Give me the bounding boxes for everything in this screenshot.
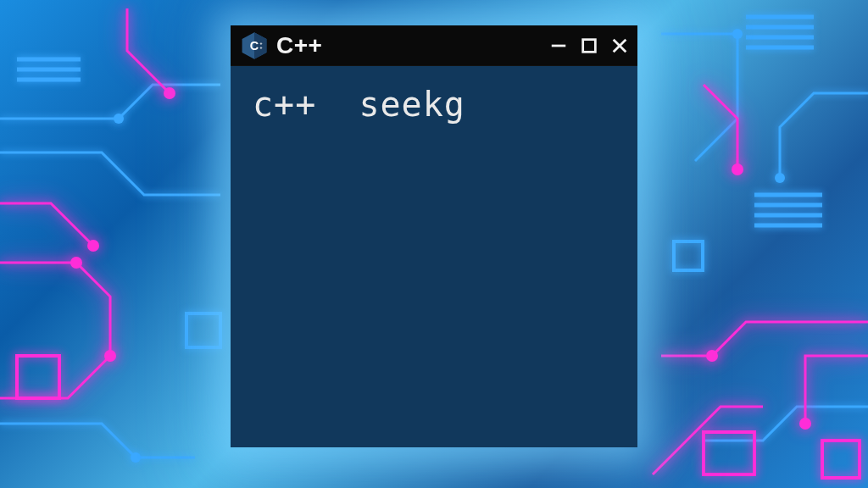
terminal-output: c++ seekg: [253, 85, 615, 124]
desktop-background: C + + C++ c++ seekg: [0, 0, 868, 488]
terminal-window: C + + C++ c++ seekg: [231, 25, 637, 447]
svg-point-19: [87, 240, 99, 252]
svg-rect-26: [822, 441, 860, 478]
svg-rect-16: [674, 241, 703, 270]
svg-point-17: [70, 257, 82, 269]
svg-point-12: [732, 29, 743, 39]
close-icon: [610, 36, 629, 55]
svg-point-21: [799, 418, 811, 430]
svg-point-23: [164, 87, 175, 99]
maximize-icon: [580, 36, 598, 55]
titlebar[interactable]: C + + C++: [231, 25, 637, 66]
svg-rect-15: [186, 313, 220, 347]
terminal-body[interactable]: c++ seekg: [231, 66, 637, 447]
svg-point-13: [775, 173, 785, 183]
minimize-button[interactable]: [549, 36, 568, 55]
window-title: C++: [276, 32, 549, 59]
minimize-icon: [549, 36, 568, 55]
close-button[interactable]: [610, 36, 629, 55]
svg-point-22: [732, 164, 743, 175]
maximize-button[interactable]: [580, 36, 598, 55]
svg-rect-33: [583, 39, 596, 52]
svg-rect-25: [704, 432, 754, 474]
svg-rect-24: [17, 356, 59, 398]
cpp-hex-icon: C + +: [239, 30, 270, 61]
svg-point-20: [706, 350, 718, 362]
svg-point-18: [104, 350, 116, 362]
svg-point-14: [131, 452, 141, 463]
svg-text:C: C: [250, 38, 259, 52]
svg-text:+: +: [259, 45, 262, 50]
window-controls: [549, 36, 629, 55]
svg-point-11: [114, 114, 124, 124]
